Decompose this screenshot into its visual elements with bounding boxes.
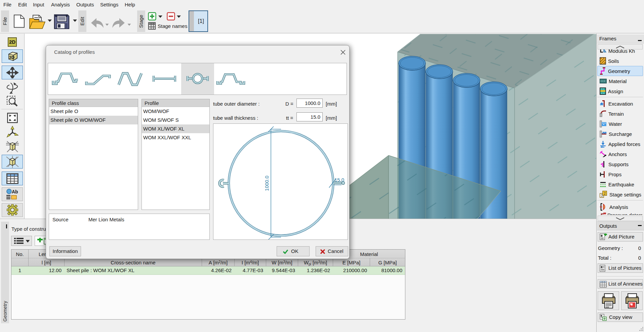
svg-text:1000.0: 1000.0 [264, 176, 270, 191]
svg-text:Ab: Ab [12, 189, 18, 194]
svg-text:2: 2 [604, 191, 606, 195]
svg-text:15.0: 15.0 [334, 177, 344, 183]
svg-text:3D: 3D [9, 55, 15, 60]
